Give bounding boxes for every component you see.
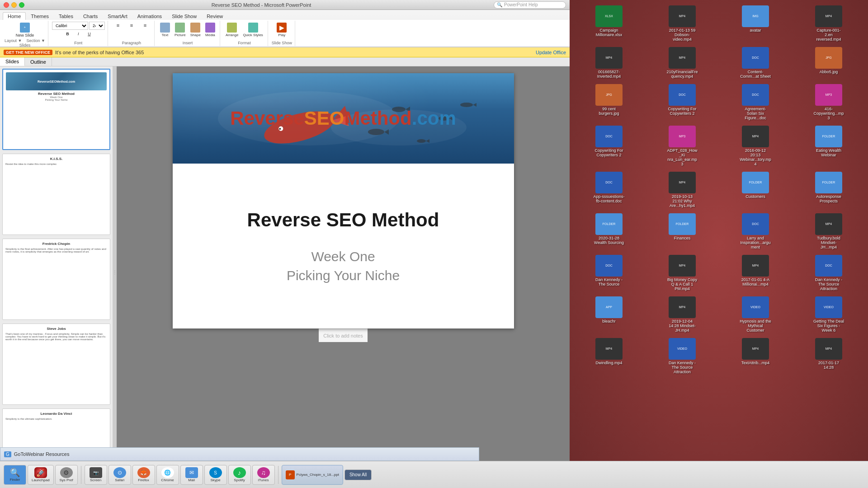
gotowebinar-bar[interactable]: G GoToWebinar Resources [0,447,479,461]
font-size-select[interactable]: 24 [89,22,105,30]
underline-button[interactable]: U [85,31,94,37]
desktop-icon-12[interactable]: DOCCopywriting For Copywriters 2 [573,124,645,168]
desktop-icon-14[interactable]: MP42016-09-12 20:13 Webinar...tory.mp4 [720,124,791,168]
update-office-button[interactable]: Update Office [536,50,566,55]
taskbar-itunes[interactable]: ♫ iTunes [252,465,275,485]
play-button[interactable]: ▶ Play [275,22,288,38]
desktop-icon-0[interactable]: XLSXCampaign Millionaire.xlsx [573,4,645,43]
desktop-icon-1[interactable]: MP42017-01-13 59 Dobson-video.mp4 [646,4,718,43]
window-title: Reverse SEO Method - Microsoft PowerPoin… [29,2,494,8]
desktop-icon-9[interactable]: DOCCopywriting For Copywriters 2 [646,82,718,122]
arrange-button[interactable]: Arrange [224,22,240,38]
taskbar-firefox[interactable]: 🦊 Firefox [132,465,155,485]
desktop-icon-17[interactable]: MP42019-10-13 21:02 Why Are...hy1.mp4 [646,170,718,210]
main-slide[interactable]: ReverseSEOMethod.com Reverse SEO Method … [173,73,514,328]
taskbar-spotify[interactable]: ♪ Spotify [228,465,251,485]
desktop-icon-label-23: Tudbury.bold Mindset-JH...mp4 [813,236,844,249]
align-center-button[interactable]: ≡ [125,22,138,29]
slide-thumb-4[interactable]: 4 Steve Jobs That's been one of my mantr… [2,324,110,405]
desktop-icon-img-22: DOC [742,213,769,235]
desktop-icon-21[interactable]: FOLDERFinances [646,211,718,251]
desktop-icon-27[interactable]: DOCDan Kennedy - The Source Attraction [793,253,864,293]
tab-slideshow[interactable]: Slide Show [167,12,202,20]
desktop-icon-13[interactable]: MP3ADPT_028_How_Ki nra_Lun_ear.mp3 [646,124,718,168]
desktop-icon-3[interactable]: MP4Capture-001-2.en reversed.mp4 [793,4,864,43]
taskbar-finder[interactable]: 🔍 Finder [4,465,26,485]
slide-thumb-3[interactable]: 3 Fredrick Chopin Simplicity is the fina… [2,239,110,320]
tab-animations[interactable]: Animations [132,12,167,20]
desktop-icon-2[interactable]: IMGavatar [720,4,791,43]
tab-smartart[interactable]: SmartArt [103,12,132,20]
picture-button[interactable]: Picture [173,22,188,38]
slide-week: Week One [311,249,375,264]
slide-thumb-2[interactable]: 2 K.I.S.S. Resist the idea to make this … [2,154,110,235]
desktop-icon-4[interactable]: MP4001665827-Inverted.mp4 [573,45,645,80]
maximize-button[interactable] [19,2,24,8]
desktop-icon-label-35: 2017-01-17 14:28 [813,361,844,370]
taskbar-screenshot[interactable]: 📷 Screen [85,465,107,485]
desktop-icon-33[interactable]: VIDEODan Kennedy - The Source Attraction [646,336,718,376]
desktop-icon-8[interactable]: JPG99 cent burgers.jpg [573,82,645,122]
show-all-button[interactable]: Show All [344,469,372,480]
new-slide-button[interactable]: + New Slide [14,22,36,38]
tab-outline[interactable]: Outline [25,57,52,66]
notes-area[interactable]: Click to add notes [319,328,367,342]
tab-tables[interactable]: Tables [54,12,78,20]
main-area: 1 ReverseSEOMethod.com Reverse SEO Metho… [0,66,570,478]
panel-resize-handle[interactable]: ⋮ [113,66,117,478]
desktop-icon-11[interactable]: MP3416-Copywriting...mp3 [793,82,864,122]
taskbar-skype[interactable]: S Skype [204,465,227,485]
thumb-body-4: That's been one of my mantras - Focus an… [5,333,107,341]
minimize-button[interactable] [11,2,17,8]
desktop-icon-24[interactable]: DOCDan Kennedy - The Source [573,253,645,293]
desktop-icon-29[interactable]: MP42019-12-04 14:28 Mindset-JH.mp4 [646,295,718,334]
desktop-icon-31[interactable]: VIDEOGetting The Deal Six Figures - Week… [793,295,864,334]
textbox-button[interactable]: Text [158,22,172,38]
desktop-icon-25[interactable]: MP4Big Money Copy Q & A Call 1 PM.mp4 [646,253,718,293]
desktop-icon-30[interactable]: VIDEOHypnosis and the Mythical Customer [720,295,791,334]
italic-button[interactable]: I [74,31,83,37]
desktop-icon-label-5: 210yFinancialFrequency.mp4 [666,70,698,79]
quick-styles-button[interactable]: Quick Styles [241,22,264,38]
search-input[interactable]: 🔍 PowerPoint Help [494,1,566,9]
desktop-icon-6[interactable]: DOCContent-Comm...at Sheet [720,45,791,80]
tab-review[interactable]: Review [202,12,228,20]
font-family-select[interactable]: Calibri [52,22,88,30]
close-button[interactable] [4,2,9,8]
desktop-icon-26[interactable]: MP42017-01-01 4-A Millionai...mp4 [720,253,791,293]
tab-themes[interactable]: Themes [26,12,54,20]
align-left-button[interactable]: ≡ [112,22,124,29]
taskbar-sysprefs[interactable]: ⚙ Sys Pref [55,465,78,485]
taskbar-file-item[interactable]: P Pclyws_Chopin_s_18...ppt [282,465,343,485]
traffic-lights [4,2,24,8]
desktop-icon-34[interactable]: MP4TextAttrib...mp4 [720,336,791,376]
desktop-icon-35[interactable]: MP42017-01-17 14:28 [793,336,864,376]
desktop-icon-15[interactable]: FOLDEREating Wealth Webinar [793,124,864,168]
desktop-icon-label-8: 99 cent burgers.jpg [593,107,625,116]
desktop-icon-5[interactable]: MP4210yFinancialFrequency.mp4 [646,45,718,80]
desktop-icon-22[interactable]: DOCLarry and Inspiration...argument [720,211,791,251]
taskbar-chrome[interactable]: 🌐 Chrome [156,465,179,485]
tab-home[interactable]: Home [3,12,26,20]
bold-button[interactable]: B [63,31,72,37]
desktop-icon-img-21: FOLDER [669,213,696,235]
media-button[interactable]: Media [203,22,217,38]
desktop-icon-23[interactable]: MP4Tudbury.bold Mindset-JH...mp4 [793,211,864,251]
desktop-icon-18[interactable]: FOLDERCustomers [720,170,791,210]
desktop-icon-19[interactable]: FOLDERAutoresponse Prospects [793,170,864,210]
desktop-icon-28[interactable]: APPbleachr [573,295,645,334]
taskbar-launchpad[interactable]: 🚀 Launchpad [28,465,54,485]
align-right-button[interactable]: ≡ [139,22,151,29]
slide-thumb-1[interactable]: 1 ReverseSEOMethod.com Reverse SEO Metho… [2,69,110,150]
desktop-icon-32[interactable]: MP4Dwindling.mp4 [573,336,645,376]
shape-button[interactable]: Shape [189,22,203,38]
taskbar-mail[interactable]: ✉ Mail [180,465,203,485]
desktop-icon-img-17: MP4 [669,172,696,193]
desktop-icon-16[interactable]: DOCApp-sssuestions-fb-content.doc [573,170,645,210]
desktop-icon-7[interactable]: JPGAbbo5.jpg [793,45,864,80]
desktop-icon-20[interactable]: FOLDER2020-31-28 Wealth Sourcing [573,211,645,251]
tab-charts[interactable]: Charts [78,12,103,20]
taskbar-safari[interactable]: ⊙ Safari [108,465,131,485]
desktop-icon-10[interactable]: DOCAgreement-Solan Six Figure...doc [720,82,791,122]
tab-slides[interactable]: Slides [0,57,25,66]
